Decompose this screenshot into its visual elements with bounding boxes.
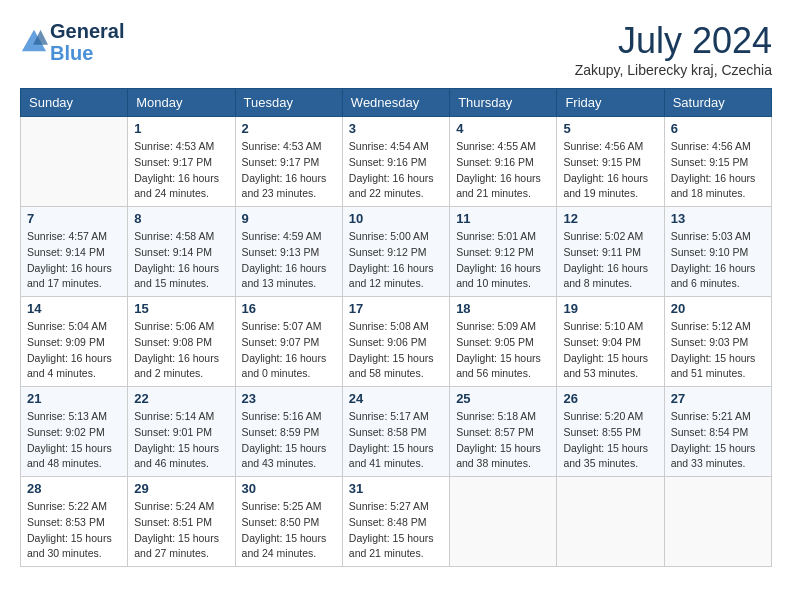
day-number: 3 [349, 121, 443, 136]
day-info: Sunrise: 5:18 AMSunset: 8:57 PMDaylight:… [456, 409, 550, 472]
header-wednesday: Wednesday [342, 89, 449, 117]
calendar-day-cell: 1Sunrise: 4:53 AMSunset: 9:17 PMDaylight… [128, 117, 235, 207]
calendar-day-cell: 24Sunrise: 5:17 AMSunset: 8:58 PMDayligh… [342, 387, 449, 477]
day-info: Sunrise: 5:27 AMSunset: 8:48 PMDaylight:… [349, 499, 443, 562]
calendar-day-cell: 27Sunrise: 5:21 AMSunset: 8:54 PMDayligh… [664, 387, 771, 477]
calendar-day-cell: 25Sunrise: 5:18 AMSunset: 8:57 PMDayligh… [450, 387, 557, 477]
day-number: 2 [242, 121, 336, 136]
calendar-day-cell [450, 477, 557, 567]
day-number: 14 [27, 301, 121, 316]
calendar-header-row: Sunday Monday Tuesday Wednesday Thursday… [21, 89, 772, 117]
calendar-day-cell [21, 117, 128, 207]
page-header: General Blue July 2024 Zakupy, Liberecky… [20, 20, 772, 78]
calendar-day-cell: 5Sunrise: 4:56 AMSunset: 9:15 PMDaylight… [557, 117, 664, 207]
day-info: Sunrise: 4:53 AMSunset: 9:17 PMDaylight:… [242, 139, 336, 202]
day-info: Sunrise: 5:01 AMSunset: 9:12 PMDaylight:… [456, 229, 550, 292]
day-info: Sunrise: 5:24 AMSunset: 8:51 PMDaylight:… [134, 499, 228, 562]
calendar-week-2: 7Sunrise: 4:57 AMSunset: 9:14 PMDaylight… [21, 207, 772, 297]
day-number: 30 [242, 481, 336, 496]
day-info: Sunrise: 5:20 AMSunset: 8:55 PMDaylight:… [563, 409, 657, 472]
day-info: Sunrise: 5:16 AMSunset: 8:59 PMDaylight:… [242, 409, 336, 472]
calendar-day-cell: 22Sunrise: 5:14 AMSunset: 9:01 PMDayligh… [128, 387, 235, 477]
logo-line2: Blue [50, 42, 124, 64]
header-sunday: Sunday [21, 89, 128, 117]
calendar-day-cell: 17Sunrise: 5:08 AMSunset: 9:06 PMDayligh… [342, 297, 449, 387]
day-info: Sunrise: 4:57 AMSunset: 9:14 PMDaylight:… [27, 229, 121, 292]
calendar-day-cell: 28Sunrise: 5:22 AMSunset: 8:53 PMDayligh… [21, 477, 128, 567]
calendar-day-cell: 30Sunrise: 5:25 AMSunset: 8:50 PMDayligh… [235, 477, 342, 567]
day-number: 6 [671, 121, 765, 136]
calendar-table: Sunday Monday Tuesday Wednesday Thursday… [20, 88, 772, 567]
day-number: 11 [456, 211, 550, 226]
calendar-day-cell: 8Sunrise: 4:58 AMSunset: 9:14 PMDaylight… [128, 207, 235, 297]
day-number: 21 [27, 391, 121, 406]
day-number: 20 [671, 301, 765, 316]
day-info: Sunrise: 5:14 AMSunset: 9:01 PMDaylight:… [134, 409, 228, 472]
header-tuesday: Tuesday [235, 89, 342, 117]
day-info: Sunrise: 5:08 AMSunset: 9:06 PMDaylight:… [349, 319, 443, 382]
calendar-day-cell: 21Sunrise: 5:13 AMSunset: 9:02 PMDayligh… [21, 387, 128, 477]
day-info: Sunrise: 4:53 AMSunset: 9:17 PMDaylight:… [134, 139, 228, 202]
calendar-day-cell: 9Sunrise: 4:59 AMSunset: 9:13 PMDaylight… [235, 207, 342, 297]
calendar-week-1: 1Sunrise: 4:53 AMSunset: 9:17 PMDaylight… [21, 117, 772, 207]
day-number: 25 [456, 391, 550, 406]
day-number: 26 [563, 391, 657, 406]
logo-icon [20, 28, 48, 56]
day-info: Sunrise: 5:13 AMSunset: 9:02 PMDaylight:… [27, 409, 121, 472]
day-info: Sunrise: 5:00 AMSunset: 9:12 PMDaylight:… [349, 229, 443, 292]
calendar-day-cell: 18Sunrise: 5:09 AMSunset: 9:05 PMDayligh… [450, 297, 557, 387]
calendar-day-cell: 3Sunrise: 4:54 AMSunset: 9:16 PMDaylight… [342, 117, 449, 207]
day-number: 5 [563, 121, 657, 136]
calendar-day-cell: 2Sunrise: 4:53 AMSunset: 9:17 PMDaylight… [235, 117, 342, 207]
day-number: 10 [349, 211, 443, 226]
logo: General Blue [20, 20, 124, 64]
day-info: Sunrise: 4:55 AMSunset: 9:16 PMDaylight:… [456, 139, 550, 202]
calendar-day-cell: 20Sunrise: 5:12 AMSunset: 9:03 PMDayligh… [664, 297, 771, 387]
day-number: 18 [456, 301, 550, 316]
calendar-day-cell: 31Sunrise: 5:27 AMSunset: 8:48 PMDayligh… [342, 477, 449, 567]
calendar-day-cell: 14Sunrise: 5:04 AMSunset: 9:09 PMDayligh… [21, 297, 128, 387]
calendar-day-cell: 15Sunrise: 5:06 AMSunset: 9:08 PMDayligh… [128, 297, 235, 387]
day-number: 27 [671, 391, 765, 406]
calendar-day-cell: 6Sunrise: 4:56 AMSunset: 9:15 PMDaylight… [664, 117, 771, 207]
calendar-day-cell: 13Sunrise: 5:03 AMSunset: 9:10 PMDayligh… [664, 207, 771, 297]
day-number: 28 [27, 481, 121, 496]
header-thursday: Thursday [450, 89, 557, 117]
day-number: 4 [456, 121, 550, 136]
day-info: Sunrise: 5:25 AMSunset: 8:50 PMDaylight:… [242, 499, 336, 562]
day-info: Sunrise: 5:07 AMSunset: 9:07 PMDaylight:… [242, 319, 336, 382]
calendar-day-cell: 12Sunrise: 5:02 AMSunset: 9:11 PMDayligh… [557, 207, 664, 297]
day-info: Sunrise: 5:22 AMSunset: 8:53 PMDaylight:… [27, 499, 121, 562]
day-info: Sunrise: 5:04 AMSunset: 9:09 PMDaylight:… [27, 319, 121, 382]
day-number: 29 [134, 481, 228, 496]
day-number: 24 [349, 391, 443, 406]
day-number: 1 [134, 121, 228, 136]
day-info: Sunrise: 4:54 AMSunset: 9:16 PMDaylight:… [349, 139, 443, 202]
calendar-day-cell [664, 477, 771, 567]
day-info: Sunrise: 5:21 AMSunset: 8:54 PMDaylight:… [671, 409, 765, 472]
day-number: 23 [242, 391, 336, 406]
day-number: 7 [27, 211, 121, 226]
day-info: Sunrise: 5:09 AMSunset: 9:05 PMDaylight:… [456, 319, 550, 382]
day-info: Sunrise: 5:02 AMSunset: 9:11 PMDaylight:… [563, 229, 657, 292]
header-friday: Friday [557, 89, 664, 117]
month-year-title: July 2024 [575, 20, 772, 62]
day-info: Sunrise: 5:06 AMSunset: 9:08 PMDaylight:… [134, 319, 228, 382]
calendar-day-cell: 4Sunrise: 4:55 AMSunset: 9:16 PMDaylight… [450, 117, 557, 207]
calendar-week-4: 21Sunrise: 5:13 AMSunset: 9:02 PMDayligh… [21, 387, 772, 477]
header-monday: Monday [128, 89, 235, 117]
day-number: 8 [134, 211, 228, 226]
calendar-day-cell: 26Sunrise: 5:20 AMSunset: 8:55 PMDayligh… [557, 387, 664, 477]
calendar-day-cell: 7Sunrise: 4:57 AMSunset: 9:14 PMDaylight… [21, 207, 128, 297]
calendar-day-cell: 11Sunrise: 5:01 AMSunset: 9:12 PMDayligh… [450, 207, 557, 297]
calendar-week-3: 14Sunrise: 5:04 AMSunset: 9:09 PMDayligh… [21, 297, 772, 387]
calendar-day-cell: 23Sunrise: 5:16 AMSunset: 8:59 PMDayligh… [235, 387, 342, 477]
title-section: July 2024 Zakupy, Liberecky kraj, Czechi… [575, 20, 772, 78]
logo-line1: General [50, 20, 124, 42]
day-info: Sunrise: 5:12 AMSunset: 9:03 PMDaylight:… [671, 319, 765, 382]
calendar-day-cell: 29Sunrise: 5:24 AMSunset: 8:51 PMDayligh… [128, 477, 235, 567]
day-info: Sunrise: 5:17 AMSunset: 8:58 PMDaylight:… [349, 409, 443, 472]
calendar-day-cell [557, 477, 664, 567]
day-number: 9 [242, 211, 336, 226]
day-info: Sunrise: 4:59 AMSunset: 9:13 PMDaylight:… [242, 229, 336, 292]
